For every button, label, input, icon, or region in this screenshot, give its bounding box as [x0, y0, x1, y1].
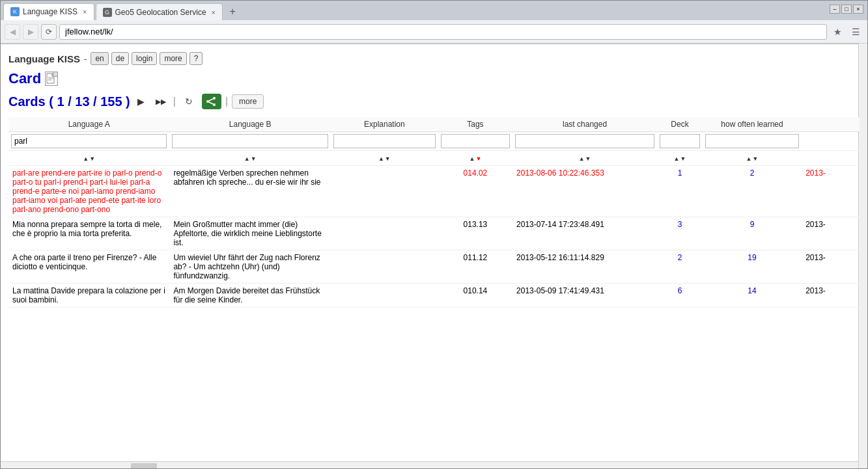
sort-lang-b-up[interactable]: ▲ [244, 155, 250, 162]
cell-last-changed-1: 2013-08-06 10:22:46.353 [512, 166, 657, 217]
tab-geo5[interactable]: G Geo5 Geolocation Service × [96, 3, 223, 20]
lang-de-button[interactable]: de [111, 52, 129, 65]
sort-last-changed-up[interactable]: ▲ [579, 155, 585, 162]
cell-lang-a-3: A che ora parte il treno per Firenze? - … [8, 250, 169, 284]
more-cards-button[interactable]: more [232, 94, 264, 109]
table-row: Mia nonna prepara sempre la torta di mel… [8, 217, 860, 250]
svg-line-7 [208, 98, 214, 101]
sort-explanation-down[interactable]: ▼ [385, 155, 391, 162]
filter-how-often[interactable] [705, 134, 799, 148]
table-row: parl-are prend-ere part-ire io parl-o pr… [8, 166, 860, 217]
cell-lang-a-1: parl-are prend-ere part-ire io parl-o pr… [8, 166, 169, 217]
cell-explanation-1 [331, 166, 438, 217]
filter-last-changed[interactable] [515, 134, 654, 148]
cell-explanation-4 [331, 284, 438, 308]
refresh-icon[interactable]: ↻ [180, 94, 198, 109]
new-tab-button[interactable]: + [224, 3, 241, 20]
sort-how-often-down[interactable]: ▼ [753, 155, 759, 162]
maximize-button[interactable]: □ [841, 5, 852, 14]
cell-lang-b-1: regelmäßige Verben sprechen nehmen abfah… [169, 166, 330, 217]
cell-explanation-2 [331, 217, 438, 250]
filter-tags[interactable] [441, 134, 510, 148]
cell-extra-2: 2013- [802, 217, 860, 250]
sort-lang-b-down[interactable]: ▼ [251, 155, 257, 162]
filter-explanation[interactable] [333, 134, 436, 148]
nav-next-single-button[interactable]: ▶ [134, 94, 148, 109]
cell-tags-3: 011.12 [438, 250, 512, 284]
sort-deck-up[interactable]: ▲ [674, 155, 680, 162]
sort-explanation-up[interactable]: ▲ [378, 155, 384, 162]
minimize-button[interactable]: – [830, 5, 840, 14]
sort-last-changed-down[interactable]: ▼ [585, 155, 591, 162]
sort-lang-a-down[interactable]: ▼ [89, 155, 95, 162]
tab-bar: K Language KISS × G Geo5 Geolocation Ser… [1, 1, 867, 20]
tab-language-kiss[interactable]: K Language KISS × [3, 3, 94, 20]
close-button[interactable]: × [853, 5, 863, 14]
help-button[interactable]: ? [189, 52, 203, 65]
more-header-button[interactable]: more [160, 52, 186, 65]
tab2-close[interactable]: × [212, 8, 216, 16]
cell-deck-4: 6 [657, 284, 703, 308]
url-bar[interactable] [59, 24, 827, 40]
tab2-label: Geo5 Geolocation Service [115, 8, 206, 17]
card-title-text: Card [8, 70, 41, 87]
nav-next-double-button[interactable]: ▶▶ [152, 94, 169, 109]
share-button[interactable] [202, 94, 221, 109]
cell-lang-b-2: Mein Großmutter macht immer (die) Apfelt… [169, 217, 330, 250]
table-sort-row: ▲ ▼ ▲ ▼ ▲ ▼ [8, 151, 860, 166]
cell-extra-1: 2013- [802, 166, 860, 217]
sort-deck-down[interactable]: ▼ [680, 155, 686, 162]
sort-last-changed[interactable]: ▲ ▼ [579, 155, 591, 162]
tab1-close[interactable]: × [83, 8, 87, 16]
sep2: | [225, 96, 228, 107]
cell-deck-3: 2 [657, 250, 703, 284]
table-filter-row [8, 132, 860, 151]
col-header-how-often: how often learned [703, 117, 802, 132]
col-header-lang-b: Language B [169, 117, 330, 132]
filter-lang-b[interactable] [172, 134, 328, 148]
filter-deck[interactable] [660, 134, 700, 148]
lang-en-button[interactable]: en [91, 52, 108, 65]
cell-deck-1: 1 [657, 166, 703, 217]
cell-extra-4: 2013- [802, 284, 860, 308]
filter-lang-a[interactable] [11, 134, 167, 148]
cell-tags-4: 010.14 [438, 284, 512, 308]
sort-explanation[interactable]: ▲ ▼ [378, 155, 391, 162]
sort-lang-a[interactable]: ▲ ▼ [83, 155, 95, 162]
card-title-section: Card [8, 70, 860, 87]
cell-how-often-2: 9 [703, 217, 802, 250]
cell-lang-b-3: Um wieviel Uhr fährt der Zug nach Floren… [169, 250, 330, 284]
col-header-lang-a: Language A [8, 117, 169, 132]
col-header-tags: Tags [438, 117, 512, 132]
card-doc-icon[interactable] [45, 72, 58, 86]
forward-button[interactable]: ▶ [23, 24, 38, 40]
cell-last-changed-3: 2013-05-12 16:11:14.829 [512, 250, 657, 284]
dash: - [84, 54, 87, 64]
table-header-row: Language A Language B Explanation Tags l… [8, 117, 860, 132]
bookmark-star-icon[interactable]: ★ [830, 24, 845, 40]
tab1-label: Language KISS [23, 7, 77, 16]
cell-deck-2: 3 [657, 217, 703, 250]
browser-menu-icon[interactable]: ☰ [848, 24, 863, 40]
sort-tags[interactable]: ▲ ▼ [469, 155, 482, 162]
sort-how-often-up[interactable]: ▲ [746, 155, 752, 162]
cards-count-label: Cards ( 1 / 13 / 155 ) [8, 94, 130, 109]
sort-deck[interactable]: ▲ ▼ [674, 155, 686, 162]
col-header-extra [802, 117, 860, 132]
sort-tags-up[interactable]: ▲ [469, 155, 475, 162]
sort-tags-down[interactable]: ▼ [475, 155, 481, 162]
sort-lang-b[interactable]: ▲ ▼ [244, 155, 257, 162]
horizontal-scrollbar[interactable] [1, 461, 858, 469]
cell-how-often-3: 19 [703, 250, 802, 284]
cell-last-changed-2: 2013-07-14 17:23:48.491 [512, 217, 657, 250]
nav-separator: | [173, 96, 176, 107]
back-button[interactable]: ◀ [5, 24, 20, 40]
cell-lang-b-4: Am Morgen Davide bereitet das Frühstück … [169, 284, 330, 308]
login-button[interactable]: login [132, 52, 157, 65]
cards-table: Language A Language B Explanation Tags l… [8, 117, 860, 308]
sort-lang-a-up[interactable]: ▲ [83, 155, 89, 162]
sort-how-often[interactable]: ▲ ▼ [746, 155, 759, 162]
table-row: La mattina Davide prepara la colazione p… [8, 284, 860, 308]
table-row: A che ora parte il treno per Firenze? - … [8, 250, 860, 284]
reload-button[interactable]: ⟳ [41, 24, 57, 40]
